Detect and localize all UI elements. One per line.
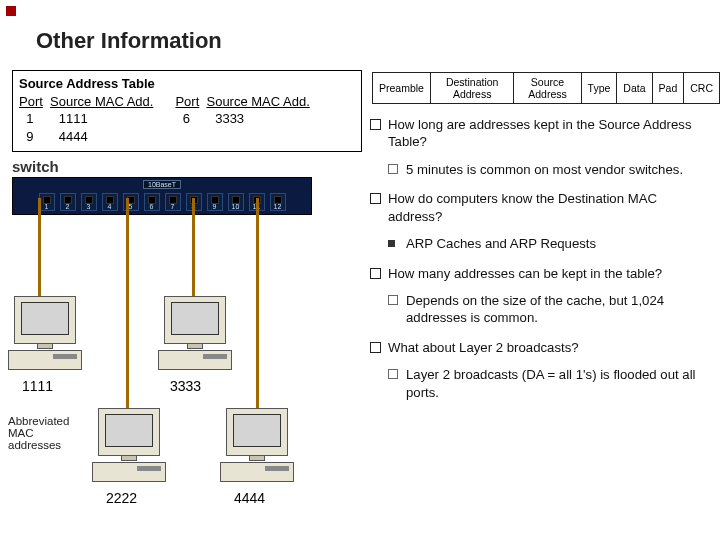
sat-grid: Port Source MAC Add. 1 1111 9 4444 Port …: [19, 93, 355, 146]
sat-head-mac: Source MAC Add.: [50, 93, 153, 111]
frame-field: Destination Address: [430, 73, 513, 104]
switch-port: 6: [144, 193, 160, 211]
computer-icon: [156, 296, 234, 370]
abbrev-note: Abbreviated MAC addresses: [8, 415, 86, 451]
pc-mac-label: 4444: [234, 490, 265, 506]
switch-port: 12: [270, 193, 286, 211]
sat-head-port: Port: [175, 93, 199, 111]
switch-port: 9: [207, 193, 223, 211]
switch-port: 3: [81, 193, 97, 211]
sat-col-right: Port Source MAC Add. 6 3333: [175, 93, 309, 146]
sat-cell: 1: [26, 111, 33, 126]
answer-item: Depends on the size of the cache, but 1,…: [370, 292, 704, 327]
frame-field: Type: [581, 73, 617, 104]
sat-head-mac: Source MAC Add.: [206, 93, 309, 111]
sat-row: 1 1111: [19, 110, 153, 128]
switch-band-label: 10BaseT: [143, 180, 181, 189]
title-bullet: [6, 6, 16, 16]
answer-item: 5 minutes is common on most vendor switc…: [370, 161, 704, 178]
cable-icon: [126, 198, 129, 410]
computer-icon: [90, 408, 168, 482]
ethernet-frame-diagram: Preamble Destination Address Source Addr…: [372, 72, 720, 104]
sat-cell: 1111: [59, 111, 88, 126]
frame-field: Source Address: [514, 73, 581, 104]
sat-cell: 4444: [59, 129, 88, 144]
question-item: How long are addresses kept in the Sourc…: [370, 116, 704, 151]
cable-icon: [256, 198, 259, 410]
pc-mac-label: 1111: [22, 378, 53, 394]
computer-icon: [218, 408, 296, 482]
switch-port: 2: [60, 193, 76, 211]
question-item: How do computers know the Destination MA…: [370, 190, 704, 225]
sat-cell: 6: [183, 111, 190, 126]
slide: Other Information Source Address Table P…: [0, 0, 720, 540]
frame-field: Preamble: [373, 73, 431, 104]
sat-cell: 9: [26, 129, 33, 144]
switch-body: 10BaseT 1 2 3 4 5 6 7 8 9 10 11 12: [12, 177, 312, 215]
qa-list: How long are addresses kept in the Sourc…: [370, 116, 704, 413]
sat-col-left: Port Source MAC Add. 1 1111 9 4444: [19, 93, 153, 146]
question-item: How many addresses can be kept in the ta…: [370, 265, 704, 282]
switch-label: switch: [12, 158, 312, 175]
frame-field: Data: [617, 73, 652, 104]
computer-icon: [6, 296, 84, 370]
frame-field: CRC: [684, 73, 720, 104]
answer-item: Layer 2 broadcasts (DA = all 1's) is flo…: [370, 366, 704, 401]
cable-icon: [38, 198, 41, 296]
sat-title: Source Address Table: [19, 75, 355, 93]
pc-mac-label: 2222: [106, 490, 137, 506]
pc-mac-label: 3333: [170, 378, 201, 394]
question-item: What about Layer 2 broadcasts?: [370, 339, 704, 356]
switch-port: 7: [165, 193, 181, 211]
sat-row: 6 3333: [175, 110, 309, 128]
answer-item: ARP Caches and ARP Requests: [370, 235, 704, 252]
cable-icon: [192, 198, 195, 296]
frame-field: Pad: [652, 73, 684, 104]
sat-cell: 3333: [215, 111, 244, 126]
switch-port: 10: [228, 193, 244, 211]
page-title: Other Information: [36, 28, 702, 54]
switch-graphic: switch 10BaseT 1 2 3 4 5 6 7 8 9 10 11 1…: [12, 158, 312, 215]
switch-port: 4: [102, 193, 118, 211]
sat-row: 9 4444: [19, 128, 153, 146]
sat-head-port: Port: [19, 93, 43, 111]
source-address-table: Source Address Table Port Source MAC Add…: [12, 70, 362, 152]
switch-port: 5: [123, 193, 139, 211]
